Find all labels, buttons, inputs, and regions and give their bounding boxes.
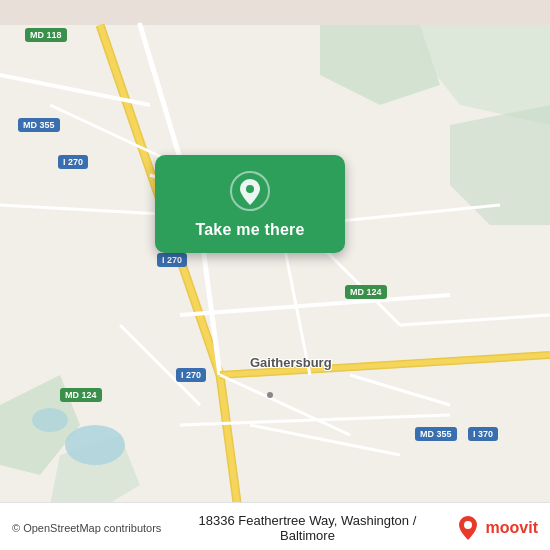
map-svg	[0, 0, 550, 550]
moovit-text: moovit	[486, 519, 538, 537]
address-line: 18336 Feathertree Way, Washington / Balt…	[169, 513, 445, 543]
take-me-there-button[interactable]: Take me there	[195, 221, 304, 239]
city-label: Gaithersburg	[250, 355, 332, 370]
svg-point-7	[32, 408, 68, 432]
moovit-pin-icon	[454, 514, 482, 542]
svg-point-32	[246, 185, 254, 193]
map-attribution: © OpenStreetMap contributors	[12, 522, 161, 534]
bottom-bar: © OpenStreetMap contributors 18336 Feath…	[0, 502, 550, 550]
moovit-logo: moovit	[454, 514, 538, 542]
svg-point-6	[65, 425, 125, 465]
road-badge-md124-ne: MD 124	[345, 285, 387, 299]
pin-icon	[230, 171, 270, 211]
road-badge-md118: MD 118	[25, 28, 67, 42]
map-container: MD 118 MD 355 I 270 I 270 MD 124 MD 124 …	[0, 0, 550, 550]
road-badge-i270-nw: I 270	[58, 155, 88, 169]
road-badge-md124-sw: MD 124	[60, 388, 102, 402]
road-badge-i370: I 370	[468, 427, 498, 441]
road-badge-i270-mid: I 270	[157, 253, 187, 267]
road-badge-i270-s: I 270	[176, 368, 206, 382]
road-badge-md355: MD 355	[18, 118, 60, 132]
road-badge-md355-s: MD 355	[415, 427, 457, 441]
svg-point-33	[464, 521, 472, 529]
take-me-card[interactable]: Take me there	[155, 155, 345, 253]
svg-point-30	[267, 392, 273, 398]
